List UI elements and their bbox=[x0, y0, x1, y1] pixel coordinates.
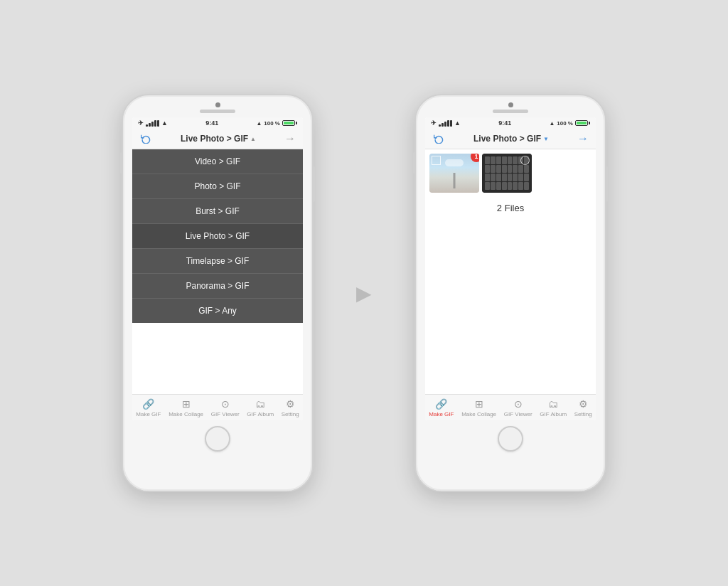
nav-dropdown-icon-1: ▲ bbox=[250, 136, 256, 142]
tab-gif-album-2[interactable]: 🗂 GIF Album bbox=[540, 398, 567, 417]
home-button-2[interactable] bbox=[498, 426, 523, 452]
phone-2: ✈ ▲ 9:41 ▲ 100 % bbox=[414, 94, 606, 492]
status-bar-2: ✈ ▲ 9:41 ▲ 100 % bbox=[425, 117, 596, 129]
battery-percent-2: 100 % bbox=[557, 120, 573, 127]
menu-item-timelapse-gif[interactable]: Timelapse > GIF bbox=[132, 249, 303, 274]
time-display-1: 9:41 bbox=[205, 119, 218, 127]
file-thumb-keyboard[interactable] bbox=[482, 154, 532, 193]
menu-item-panorama-gif[interactable]: Panorama > GIF bbox=[132, 274, 303, 299]
play-icon-1: ⊙ bbox=[221, 398, 230, 410]
battery-icon-2 bbox=[575, 120, 590, 126]
speaker-2 bbox=[493, 110, 528, 113]
home-button-1[interactable] bbox=[205, 426, 230, 452]
tab-label-make-gif-2: Make GIF bbox=[429, 411, 454, 417]
power-button bbox=[312, 166, 315, 202]
menu-item-burst-gif[interactable]: Burst > GIF bbox=[132, 199, 303, 224]
tab-make-collage-2[interactable]: ⊞ Make Collage bbox=[461, 398, 496, 417]
camera-dot bbox=[215, 102, 220, 107]
tab-label-setting-1: Setting bbox=[282, 411, 299, 417]
tab-gif-viewer-1[interactable]: ⊙ GIF Viewer bbox=[211, 398, 240, 417]
power-button-2 bbox=[605, 166, 608, 202]
wifi-icon-2: ▲ bbox=[454, 119, 461, 127]
file-thumb-sky[interactable]: 1 bbox=[429, 154, 479, 193]
signal-strength-icon-2: ▲ bbox=[549, 120, 555, 127]
menu-item-livephoto-gif[interactable]: Live Photo > GIF bbox=[132, 224, 303, 249]
grid-icon-1: ⊞ bbox=[182, 398, 191, 410]
nav-title-text-2: Live Photo > GIF bbox=[473, 134, 541, 144]
airplane-icon-2: ✈ bbox=[431, 119, 437, 127]
tab-make-gif-1[interactable]: 🔗 Make GIF bbox=[136, 398, 161, 417]
thumb-icon-tr bbox=[520, 156, 530, 165]
screen-content-1 bbox=[132, 323, 303, 394]
tab-gif-viewer-2[interactable]: ⊙ GIF Viewer bbox=[504, 398, 532, 417]
album-icon-1: 🗂 bbox=[255, 398, 265, 410]
signal-icon bbox=[146, 120, 159, 127]
nav-bar-1: Live Photo > GIF ▲ → bbox=[132, 129, 303, 149]
battery-percent-1: 100 % bbox=[264, 120, 280, 127]
tab-label-album-2: GIF Album bbox=[540, 411, 567, 417]
nav-forward-icon-2[interactable]: → bbox=[577, 132, 589, 145]
tab-label-setting-2: Setting bbox=[574, 411, 592, 417]
camera-dot-2 bbox=[508, 102, 513, 107]
nav-dropdown-icon-2: ▼ bbox=[543, 136, 549, 142]
grid-icon-2: ⊞ bbox=[475, 398, 483, 410]
phone-top-2 bbox=[416, 95, 605, 113]
thumb-icon-tl bbox=[432, 156, 441, 165]
tab-label-make-gif-1: Make GIF bbox=[136, 411, 161, 417]
signal-icon-2 bbox=[439, 120, 452, 127]
tab-label-viewer-1: GIF Viewer bbox=[211, 411, 240, 417]
status-left-1: ✈ ▲ bbox=[138, 119, 168, 127]
menu-item-gif-any[interactable]: GIF > Any bbox=[132, 299, 303, 323]
album-icon-2: 🗂 bbox=[548, 398, 558, 410]
tab-label-collage-1: Make Collage bbox=[168, 411, 203, 417]
nav-title-2: Live Photo > GIF ▼ bbox=[473, 134, 549, 144]
gear-icon-1: ⚙ bbox=[286, 398, 295, 410]
signal-strength-icon: ▲ bbox=[256, 120, 262, 127]
wifi-icon: ▲ bbox=[161, 119, 168, 127]
nav-title-text-1: Live Photo > GIF bbox=[181, 134, 248, 144]
file-grid: 1 bbox=[425, 149, 596, 197]
screen-1: ✈ ▲ 9:41 ▲ 100 % bbox=[132, 117, 303, 420]
tab-label-album-1: GIF Album bbox=[247, 411, 274, 417]
tab-make-collage-1[interactable]: ⊞ Make Collage bbox=[168, 398, 203, 417]
refresh-icon-2[interactable] bbox=[432, 132, 445, 145]
tab-label-viewer-2: GIF Viewer bbox=[504, 411, 532, 417]
screen-content-2: 1 bbox=[425, 149, 596, 394]
menu-item-photo-gif[interactable]: Photo > GIF bbox=[132, 174, 303, 199]
screen-2: ✈ ▲ 9:41 ▲ 100 % bbox=[425, 117, 596, 420]
tab-gif-album-1[interactable]: 🗂 GIF Album bbox=[247, 398, 274, 417]
status-right-2: ▲ 100 % bbox=[549, 120, 590, 127]
link-icon-1: 🔗 bbox=[142, 398, 154, 410]
tab-bar-1: 🔗 Make GIF ⊞ Make Collage ⊙ GIF Viewer 🗂… bbox=[132, 394, 303, 420]
status-bar-1: ✈ ▲ 9:41 ▲ 100 % bbox=[132, 117, 303, 129]
tab-setting-1[interactable]: ⚙ Setting bbox=[282, 398, 299, 417]
play-icon-2: ⊙ bbox=[514, 398, 523, 410]
phone-top bbox=[123, 95, 312, 113]
tab-make-gif-2[interactable]: 🔗 Make GIF bbox=[429, 398, 454, 417]
tab-bar-2: 🔗 Make GIF ⊞ Make Collage ⊙ GIF Viewer 🗂… bbox=[425, 394, 596, 420]
tab-setting-2[interactable]: ⚙ Setting bbox=[574, 398, 592, 417]
status-left-2: ✈ ▲ bbox=[431, 119, 461, 127]
status-right-1: ▲ 100 % bbox=[256, 120, 297, 127]
phone-1: ✈ ▲ 9:41 ▲ 100 % bbox=[122, 94, 314, 492]
transition-arrow: ▶ bbox=[356, 282, 372, 305]
files-count: 2 Files bbox=[425, 203, 596, 213]
airplane-icon: ✈ bbox=[138, 119, 144, 127]
menu-list: Video > GIF Photo > GIF Burst > GIF Live… bbox=[132, 149, 303, 323]
gear-icon-2: ⚙ bbox=[579, 398, 588, 410]
nav-bar-2: Live Photo > GIF ▼ → bbox=[425, 129, 596, 149]
nav-forward-icon-1[interactable]: → bbox=[284, 132, 296, 145]
battery-icon-1 bbox=[282, 120, 297, 126]
menu-item-video-gif[interactable]: Video > GIF bbox=[132, 149, 303, 174]
link-icon-2: 🔗 bbox=[435, 398, 447, 410]
refresh-icon-1[interactable] bbox=[139, 132, 152, 145]
nav-title-1: Live Photo > GIF ▲ bbox=[181, 134, 256, 144]
time-display-2: 9:41 bbox=[498, 119, 511, 127]
tab-label-collage-2: Make Collage bbox=[461, 411, 496, 417]
speaker bbox=[200, 110, 235, 113]
